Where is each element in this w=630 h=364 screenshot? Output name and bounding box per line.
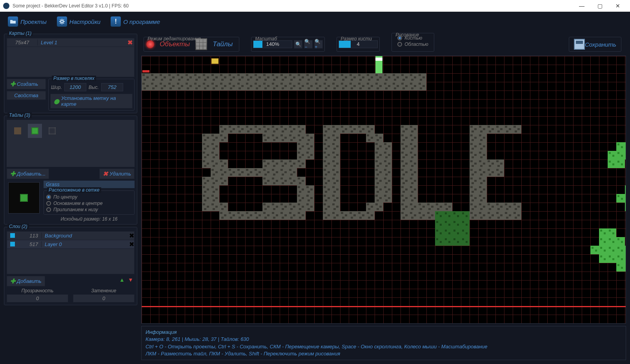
- gear-icon: [57, 16, 67, 27]
- menu-about[interactable]: ! О программе: [107, 15, 164, 28]
- map-height-value: 752: [101, 83, 123, 91]
- layer-row[interactable]: 113 Background ✖: [7, 232, 134, 240]
- menu-projects[interactable]: Проекты: [4, 15, 51, 28]
- app-icon: [3, 3, 9, 9]
- layers-list[interactable]: 113 Background ✖ 517 Layer 0 ✖: [7, 231, 135, 274]
- editor-toolbar: Режим редактирования Объекты Тайлы Масшт…: [141, 31, 626, 53]
- maps-list[interactable]: 75x47 Level 1 ✖: [7, 38, 135, 77]
- brush-slider[interactable]: 4: [339, 40, 378, 48]
- marker-icon: ⬤: [54, 98, 60, 104]
- layer-delete-icon[interactable]: ✖: [129, 241, 134, 248]
- folder-icon: [8, 16, 18, 27]
- maps-panel: Карты (1) 75x47 Level 1 ✖ ✚Создать Свойс…: [4, 34, 137, 113]
- layer-row[interactable]: 517 Layer 0 ✖: [7, 240, 134, 249]
- layer-delete-icon[interactable]: ✖: [129, 232, 134, 239]
- save-icon: [574, 39, 585, 50]
- opacity-value[interactable]: 0: [7, 294, 68, 302]
- tiles-grid[interactable]: [7, 120, 135, 167]
- placement-base[interactable]: Основанием в центре: [44, 200, 134, 206]
- svg-point-0: [61, 20, 63, 23]
- tint-value[interactable]: 0: [73, 294, 135, 302]
- tiles-panel: Тайлы (3) ✚Добавить... ✖Удалить G: [4, 116, 137, 225]
- save-button[interactable]: Сохранить: [569, 37, 621, 52]
- info-panel: Информация Камера: 8, 261 | Мышь: 28, 37…: [141, 326, 626, 360]
- layer-visibility-toggle[interactable]: [7, 232, 18, 239]
- layer-down-button[interactable]: ▼: [127, 276, 135, 284]
- zoom-in-button[interactable]: 🔍+: [314, 40, 323, 49]
- window-title: Some project - BekkerDev Level Editor 3 …: [13, 3, 573, 9]
- tile-preview-large: [8, 182, 40, 214]
- map-props-button[interactable]: Свойства: [7, 91, 46, 100]
- delete-tile-button[interactable]: ✖Удалить: [99, 168, 135, 179]
- info-icon: !: [111, 16, 121, 27]
- map-delete-icon[interactable]: ✖: [126, 39, 134, 46]
- editor-canvas[interactable]: [141, 56, 626, 324]
- window-close[interactable]: ✕: [609, 0, 627, 12]
- layer-up-button[interactable]: ▲: [118, 276, 126, 284]
- placement-bottom[interactable]: Прилипанием к низу: [44, 206, 134, 213]
- window-minimize[interactable]: —: [573, 0, 591, 12]
- create-map-button[interactable]: ✚Создать: [7, 79, 46, 89]
- window-maximize[interactable]: ▢: [591, 0, 609, 12]
- menubar: Проекты Настройки ! О программе: [0, 12, 630, 31]
- set-marker-button[interactable]: ⬤ Установить метку на карте: [50, 94, 133, 109]
- menu-settings[interactable]: Настройки: [53, 15, 104, 28]
- left-sidebar: Карты (1) 75x47 Level 1 ✖ ✚Создать Свойс…: [0, 31, 141, 364]
- tile-item-dirt[interactable]: [11, 124, 25, 138]
- tile-item-grass[interactable]: [28, 124, 42, 138]
- add-layer-button[interactable]: ✚Добавить: [7, 276, 45, 286]
- layers-panel: Слои (2) 113 Background ✖ 517 Layer 0: [4, 227, 137, 305]
- zoom-out-button[interactable]: 🔍−: [304, 40, 313, 49]
- add-tile-button[interactable]: ✚Добавить...: [7, 168, 49, 179]
- placement-center[interactable]: По центру: [44, 194, 134, 200]
- zoom-reset-button[interactable]: 🔍: [294, 40, 302, 49]
- mode-tiles-button[interactable]: Тайлы: [209, 39, 237, 50]
- map-width-value: 1200: [64, 83, 86, 91]
- window-titlebar: Some project - BekkerDev Level Editor 3 …: [0, 0, 630, 12]
- tile-item-dots[interactable]: [45, 124, 59, 138]
- layer-visibility-toggle[interactable]: [7, 241, 18, 248]
- tile-src-size: Исходный размер: 16 x 16: [44, 216, 135, 222]
- map-row[interactable]: 75x47 Level 1 ✖: [7, 38, 134, 47]
- mode-led-icon: [146, 40, 154, 48]
- scale-slider[interactable]: 140%: [253, 40, 292, 48]
- draw-area-radio[interactable]: Областью: [395, 41, 431, 47]
